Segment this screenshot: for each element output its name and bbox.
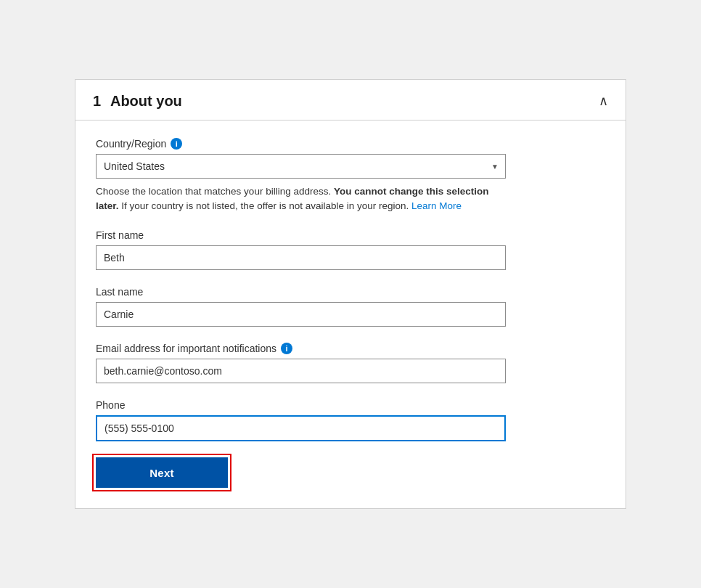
card-title: 1 About you: [93, 93, 182, 110]
page-container: 1 About you ∧ Country/Region i United St…: [0, 0, 701, 588]
next-button-wrapper: Next: [96, 457, 605, 488]
country-info-icon[interactable]: i: [171, 138, 182, 150]
card-body: Country/Region i United States Choose th…: [75, 121, 626, 509]
about-you-card: 1 About you ∧ Country/Region i United St…: [75, 79, 626, 510]
last-name-label: Last name: [96, 286, 605, 298]
phone-label: Phone: [96, 399, 605, 411]
phone-input[interactable]: [96, 415, 506, 441]
card-header: 1 About you ∧: [75, 80, 626, 121]
email-group: Email address for important notification…: [96, 343, 605, 383]
country-region-label: Country/Region: [96, 138, 166, 150]
collapse-icon[interactable]: ∧: [599, 93, 608, 109]
first-name-input[interactable]: [96, 245, 506, 270]
billing-note: Choose the location that matches your bi…: [96, 184, 506, 214]
next-button[interactable]: Next: [96, 457, 228, 488]
last-name-input[interactable]: [96, 302, 506, 327]
country-label-row: Country/Region i: [96, 138, 605, 150]
email-label: Email address for important notification…: [96, 343, 276, 354]
phone-group: Phone: [96, 399, 605, 441]
first-name-label: First name: [96, 229, 605, 241]
email-input[interactable]: [96, 359, 506, 383]
country-region-select[interactable]: United States: [96, 154, 506, 179]
email-info-icon[interactable]: i: [281, 343, 292, 354]
learn-more-link[interactable]: Learn More: [411, 200, 462, 211]
country-region-group: Country/Region i United States Choose th…: [96, 138, 605, 214]
email-label-row: Email address for important notification…: [96, 343, 605, 354]
country-select-wrapper: United States: [96, 154, 506, 179]
first-name-group: First name: [96, 229, 605, 270]
last-name-group: Last name: [96, 286, 605, 327]
